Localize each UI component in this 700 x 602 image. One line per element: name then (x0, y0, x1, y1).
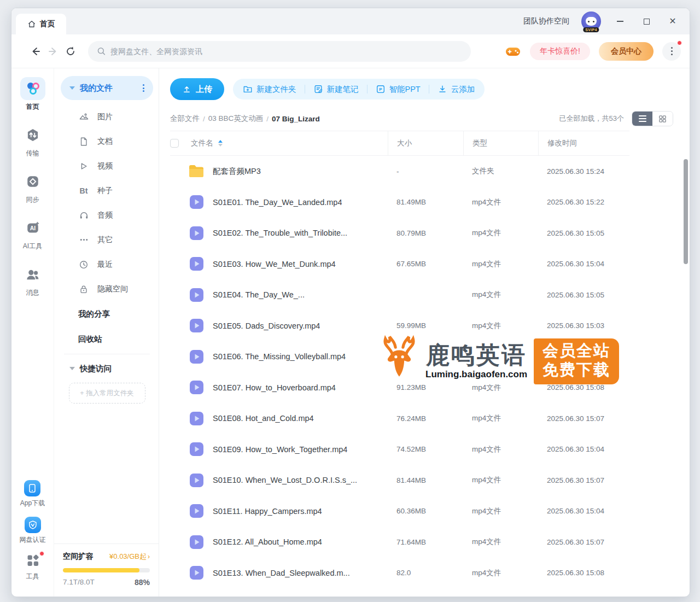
sort-icons[interactable] (218, 140, 223, 147)
more-menu-button[interactable] (662, 42, 681, 61)
rail-item-sync[interactable]: 同步 (20, 170, 45, 204)
file-row[interactable]: S01E03. How_We_Met_Dunk.mp4 67.65MB mp4文… (170, 249, 629, 280)
sidebar-item-documents[interactable]: 文档 (61, 129, 153, 154)
sidebar-item-torrents[interactable]: Bt 种子 (61, 178, 153, 203)
file-name[interactable]: S01E03. How_We_Met_Dunk.mp4 (213, 260, 336, 268)
title-bar: 首页 团队协作空间 SVIP4 ✕ (11, 8, 690, 34)
sidebar-item-hidden-space[interactable]: 隐藏空间 (61, 277, 153, 301)
sidebar-item-my-share[interactable]: 我的分享 (61, 301, 153, 326)
select-all-checkbox[interactable] (170, 139, 179, 148)
file-row[interactable]: S01E13. When_Dad_Sleepwalked.m... 82.0 m… (170, 558, 629, 589)
rail-item-tools[interactable]: 工具 (26, 553, 40, 581)
file-type: mp4文件 (463, 475, 538, 485)
back-button[interactable] (27, 43, 44, 60)
new-note-button[interactable]: 新建笔记 (313, 84, 359, 95)
file-row[interactable]: S01E10. When_We_Lost_D.O.R.I.S.s_... 81.… (170, 465, 629, 496)
file-name[interactable]: 配套音频MP3 (213, 166, 261, 177)
file-name[interactable]: S01E10. When_We_Lost_D.O.R.I.S.s_... (213, 476, 357, 484)
rail-item-app-download[interactable]: App下载 (20, 480, 45, 508)
storage-upgrade-link[interactable]: ¥0.03/GB起› (109, 552, 150, 562)
quick-access-caret-icon[interactable] (69, 367, 75, 370)
sidebar-item-recent[interactable]: 最近 (61, 252, 153, 277)
cloud-add-button[interactable]: 云添加 (438, 84, 475, 95)
smart-ppt-button[interactable]: P 智能PPT (376, 84, 421, 95)
file-name[interactable]: S01E11. Happy_Campers.mp4 (213, 507, 322, 516)
close-icon: ✕ (669, 17, 676, 26)
view-toggle (632, 111, 673, 126)
file-row[interactable]: S01E01. The_Day_We_Landed.mp4 81.49MB mp… (170, 187, 629, 218)
tab-home[interactable]: 首页 (16, 14, 66, 34)
upload-button[interactable]: 上传 (170, 78, 224, 100)
file-modified-time: 2025.06.30 15:04 (538, 260, 629, 268)
breadcrumb-parent-folder[interactable]: 03 BBC英文动画 (208, 114, 264, 124)
recycle-label: 回收站 (78, 334, 102, 344)
minimize-button[interactable] (613, 14, 627, 28)
file-name[interactable]: S01E05. Dads_Discovery.mp4 (213, 322, 320, 330)
file-name[interactable]: S01E12. All_About_Home.mp4 (213, 537, 322, 546)
rail-item-ai-tools[interactable]: AI AI工具 (20, 217, 45, 251)
collapse-caret-icon[interactable] (69, 86, 75, 90)
pin-folder-dropzone[interactable]: + 拖入常用文件夹 (69, 383, 145, 404)
sidebar-item-quick-access[interactable]: 快捷访问 (61, 356, 153, 381)
rail-label-tools: 工具 (26, 572, 39, 581)
my-files-menu-icon[interactable] (143, 84, 144, 92)
rail-item-home[interactable]: 首页 (20, 77, 45, 112)
file-size: 59.99MB (388, 322, 463, 330)
file-name[interactable]: S01E08. Hot_and_Cold.mp4 (213, 414, 314, 423)
torrents-label: 种子 (97, 186, 113, 196)
forward-button[interactable] (44, 43, 62, 60)
file-name[interactable]: S01E04. The_Day_We_... (213, 290, 305, 299)
maximize-icon (644, 19, 650, 25)
scrollbar-thumb[interactable] (684, 159, 688, 264)
rail-item-transfer[interactable]: 传输 (20, 124, 45, 158)
maximize-button[interactable] (639, 14, 654, 28)
file-row[interactable]: S01E08. Hot_and_Cold.mp4 76.24MB mp4文件 2… (170, 403, 629, 434)
close-button[interactable]: ✕ (666, 14, 680, 28)
sidebar-item-pictures[interactable]: 图片 (61, 104, 153, 129)
workspace-link[interactable]: 团队协作空间 (523, 16, 569, 26)
header-file-name[interactable]: 文件名 (191, 138, 213, 148)
annual-card-promo-button[interactable]: 年卡惊喜价! (530, 43, 590, 60)
file-name[interactable]: S01E06. The_Missing_Volleyball.mp4 (213, 352, 346, 361)
sidebar-item-my-files[interactable]: 我的文件 (61, 76, 153, 100)
rail-item-disk-verify[interactable]: 网盘认证 (20, 517, 46, 545)
new-folder-button[interactable]: 新建文件夹 (243, 84, 296, 95)
video-file-icon (188, 256, 205, 271)
sidebar-item-videos[interactable]: 视频 (61, 154, 153, 178)
file-name[interactable]: S01E13. When_Dad_Sleepwalked.m... (213, 569, 350, 577)
user-avatar[interactable]: SVIP4 (581, 11, 601, 31)
file-modified-time: 2025.06.30 15:04 (538, 445, 629, 453)
file-name[interactable]: S01E09. How_to_Work_Together.mp4 (213, 445, 347, 454)
sidebar-item-others[interactable]: 其它 (61, 227, 153, 252)
sidebar-item-recycle-bin[interactable]: 回收站 (61, 326, 153, 352)
search-input[interactable] (110, 47, 462, 56)
sidebar-item-audio[interactable]: 音频 (61, 203, 153, 227)
file-type: mp4文件 (463, 537, 538, 547)
breadcrumb-all-files[interactable]: 全部文件 (170, 114, 200, 124)
file-row[interactable]: S01E04. The_Day_We_... mp4文件 2025.06.30 … (170, 279, 629, 311)
ai-tools-icon: AI (26, 221, 40, 235)
refresh-button[interactable] (62, 43, 79, 60)
watermark-url: Luming.baigaofen.com (425, 369, 527, 380)
file-size: 67.65MB (388, 260, 463, 268)
list-view-button[interactable] (632, 112, 652, 126)
file-row[interactable]: S01E02. The_Trouble_with_Trilobite... 80… (170, 218, 629, 249)
file-row[interactable]: 配套音频MP3 - 文件夹 2025.06.30 15:24 (170, 156, 629, 187)
file-name[interactable]: S01E01. The_Day_We_Landed.mp4 (213, 198, 342, 207)
search-bar[interactable] (88, 41, 471, 62)
file-row[interactable]: S01E09. How_to_Work_Together.mp4 74.52MB… (170, 434, 629, 465)
file-row[interactable]: S01E12. All_About_Home.mp4 71.64MB mp4文件… (170, 527, 629, 558)
file-name[interactable]: S01E02. The_Trouble_with_Trilobite... (213, 229, 347, 237)
rail-item-messages[interactable]: 消息 (20, 263, 45, 297)
file-name[interactable]: S01E07. How_to_Hoverboard.mp4 (213, 383, 336, 392)
file-row[interactable]: S01E11. Happy_Campers.mp4 60.36MB mp4文件 … (170, 496, 629, 527)
file-type: mp4文件 (463, 413, 538, 423)
header-modified-time[interactable]: 修改时间 (538, 131, 629, 155)
new-folder-label: 新建文件夹 (256, 84, 296, 95)
vip-center-button[interactable]: 会员中心 (599, 42, 654, 61)
game-icon[interactable] (505, 45, 521, 58)
grid-view-button[interactable] (652, 112, 673, 126)
header-type[interactable]: 类型 (463, 131, 538, 155)
header-size[interactable]: 大小 (388, 131, 463, 155)
file-type: mp4文件 (463, 290, 538, 300)
